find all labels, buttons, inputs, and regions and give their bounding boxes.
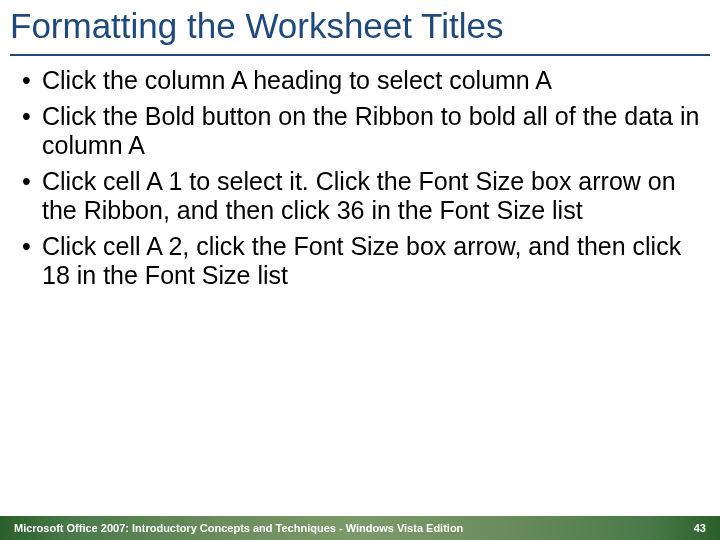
slide-body: Click the column A heading to select col… <box>0 66 720 291</box>
slide-title: Formatting the Worksheet Titles <box>0 0 720 48</box>
footer-bar: Microsoft Office 2007: Introductory Conc… <box>0 516 720 540</box>
slide: Formatting the Worksheet Titles Click th… <box>0 0 720 540</box>
bullet-text: Click the Bold button on the Ribbon to b… <box>42 102 699 160</box>
bullet-text: Click cell A 1 to select it. Click the F… <box>42 167 676 225</box>
footer-text: Microsoft Office 2007: Introductory Conc… <box>14 522 463 534</box>
bullet-text: Click cell A 2, click the Font Size box … <box>42 232 681 290</box>
title-underline <box>10 54 710 56</box>
bullet-item: Click cell A 2, click the Font Size box … <box>18 232 702 291</box>
bullet-item: Click the Bold button on the Ribbon to b… <box>18 102 702 161</box>
bullet-item: Click the column A heading to select col… <box>18 66 702 96</box>
bullet-text: Click the column A heading to select col… <box>42 66 552 94</box>
bullet-item: Click cell A 1 to select it. Click the F… <box>18 167 702 226</box>
bullet-list: Click the column A heading to select col… <box>18 66 702 291</box>
page-number: 43 <box>694 522 706 534</box>
